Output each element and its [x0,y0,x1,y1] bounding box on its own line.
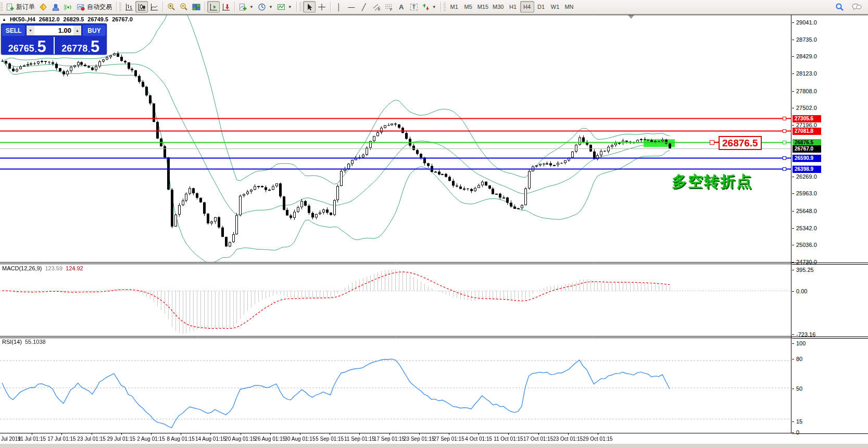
time-axis-label: 29 Oct 01:15 [583,436,612,442]
profiles-icon [52,3,60,11]
timeframe-button-H1[interactable]: H1 [506,1,520,13]
buy-price-pips: 5 [91,40,99,54]
chart-annotation-text: 多空转折点 [672,171,752,192]
templates-button[interactable]: ▼ [275,1,294,13]
signals-button[interactable] [62,1,74,13]
arrows-button[interactable]: ▼ [420,1,438,13]
fibonacci-button[interactable]: F [383,1,395,13]
chart-canvas[interactable] [0,14,792,444]
search-button[interactable] [833,1,846,13]
toolbar-drag-handle[interactable] [1,3,3,11]
time-axis-tickmark [598,433,598,435]
trendline-button[interactable]: ╱ [358,1,370,13]
hline-price-tag: 27081.8 [792,128,821,135]
volume-increase-button[interactable]: ▲ [73,26,81,35]
indicators-button[interactable]: ▼ [237,1,256,13]
low-value: 26749.5 [87,16,108,23]
chat-button[interactable] [849,1,864,13]
buy-price-main: 26778 [61,43,87,54]
bar-chart-button[interactable] [123,1,135,13]
zoom-out-button[interactable] [178,1,190,13]
rsi-name: RSI(14) [2,339,22,345]
line-chart-button[interactable] [148,1,160,13]
trendline-icon: ╱ [362,4,366,10]
dropdown-arrow-icon[interactable]: ▼ [249,5,254,9]
chart-shift-marker[interactable] [628,15,634,19]
autotrading-label: 自动交易 [87,3,112,11]
profiles-button[interactable] [49,1,62,13]
text-label-button[interactable]: T [408,1,420,13]
new-order-icon [6,3,14,11]
macd-indicator-label: MACD(12,26,9) 123.59 124.92 [2,265,83,271]
vertical-line-button[interactable]: │ [333,1,345,13]
dropdown-arrow-icon[interactable]: ▼ [288,5,292,9]
vertical-line-icon: │ [337,4,341,10]
zoom-in-button[interactable] [165,1,178,13]
buy-button[interactable]: BUY [83,25,106,36]
price-axis-tick: 25036.0 [796,242,817,248]
periods-button[interactable]: ▼ [256,1,275,13]
price-axis-tick: 25342.0 [796,225,817,231]
price-axis-tickmark [792,56,794,57]
timeframe-button-M15[interactable]: M15 [475,1,490,13]
price-axis-tick: 26269.0 [796,173,817,180]
svg-text:E: E [378,7,381,11]
window-menu-icon[interactable]: ▲ [2,16,6,23]
auto-scroll-button[interactable] [207,1,220,13]
open-value: 26812.0 [39,16,60,23]
timeframe-button-MN[interactable]: MN [562,1,576,13]
volume-stepper[interactable]: ▼ 1.00 ▲ [26,25,82,36]
timeframe-button-H4[interactable]: H4 [520,1,534,13]
price-axis-tickmark [792,177,794,177]
chat-icon [851,3,862,11]
text-button[interactable]: A [395,1,408,13]
callout-anchor-handle[interactable] [710,140,714,145]
price-axis[interactable]: 29041.028735.028429.028123.027808.027502… [792,15,868,434]
timeframe-button-M30[interactable]: M30 [490,1,506,13]
window-bottom-strip [0,444,868,448]
timeframe-button-M5[interactable]: M5 [461,1,475,13]
timeframe-button-W1[interactable]: W1 [548,1,562,13]
time-axis-label: 23 Jul 01:15 [77,436,106,442]
volume-value[interactable]: 1.00 [34,26,73,35]
sell-button[interactable]: SELL [2,25,25,36]
price-callout-label[interactable]: 26876.5 [719,136,762,150]
volume-decrease-button[interactable]: ▼ [27,26,34,35]
buy-price[interactable]: 26778 . 5 [55,37,107,54]
price-axis-tick: 25648.0 [796,208,817,214]
time-axis-tickmark [121,433,122,435]
mql-community-button[interactable] [37,1,49,13]
autotrading-icon [77,3,85,11]
time-axis-label: 2 Aug 01:15 [137,436,165,442]
autotrading-button[interactable]: 自动交易 [74,1,114,13]
time-axis-tickmark [449,433,449,435]
time-axis[interactable]: Jul 201911 Jul 01:1517 Jul 01:1523 Jul 0… [0,433,868,444]
new-order-button[interactable]: 新订单 [4,1,37,13]
price-axis-tick: 27808.0 [796,88,817,94]
macd-name: MACD(12,26,9) [2,265,42,271]
horizontal-line-button[interactable]: — [345,1,358,13]
candlestick-chart-button[interactable] [135,1,148,13]
fibonacci-icon: F [385,3,393,11]
timeframe-button-M1[interactable]: M1 [447,1,461,13]
timeframe-button-D1[interactable]: D1 [534,1,548,13]
tile-windows-button[interactable] [190,1,203,13]
cursor-button[interactable] [303,1,316,13]
chart-ohlc-header: ▲ HK50-,H4 26812.0 26829.5 26749.5 26767… [2,16,133,23]
indicator-axis-tickmark [792,270,794,270]
chart-shift-button[interactable] [220,1,232,13]
hline-price-tag: 26398.9 [792,166,821,173]
timeframe-group: M1M5M15M30H1H4D1W1MN [447,1,576,13]
time-axis-label: 20 Aug 01:15 [225,436,256,442]
time-axis-tickmark [151,433,152,435]
dropdown-arrow-icon[interactable]: ▼ [432,5,436,9]
indicator-axis-tickmark [792,432,794,433]
crosshair-button[interactable] [316,1,328,13]
channel-button[interactable]: E [370,1,383,13]
sell-price[interactable]: 26765 . 5 [1,37,54,54]
dropdown-arrow-icon[interactable]: ▼ [269,5,273,9]
one-click-trading-panel: SELL ▼ 1.00 ▲ BUY 26765 . 5 26778 . 5 [1,23,107,55]
price-axis-tickmark [792,228,794,229]
indicator-axis-tick: 15 [796,418,802,425]
price-axis-tickmark [792,193,794,194]
